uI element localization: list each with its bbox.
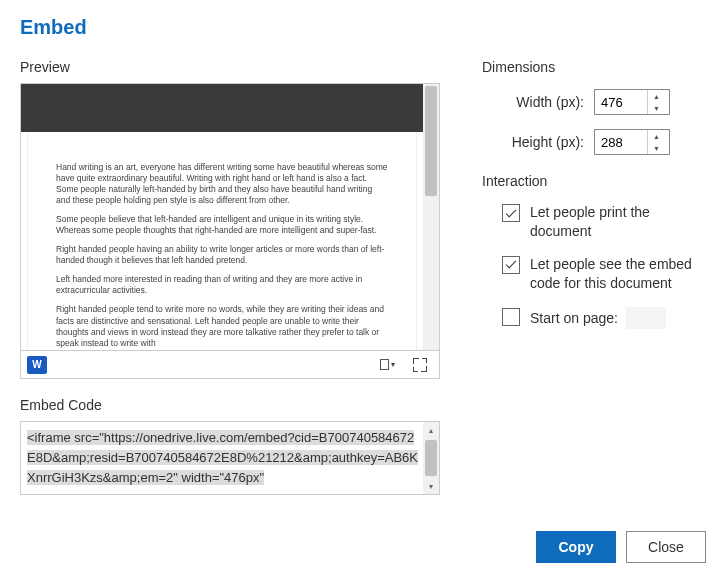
doc-paragraph: Some people believe that left-handed are…: [56, 214, 388, 236]
doc-paragraph: Left handed more interested in reading t…: [56, 274, 388, 296]
fullscreen-icon: [413, 358, 427, 372]
preview-frame: Hand writing is an art, everyone has dif…: [20, 83, 440, 351]
doc-paragraph: Right handed people having an ability to…: [56, 244, 388, 266]
document-page: Hand writing is an art, everyone has dif…: [27, 132, 417, 351]
dialog-title: Embed: [20, 16, 706, 39]
scrollbar-thumb[interactable]: [425, 86, 437, 196]
embed-code-text: <iframe src="https://onedrive.live.com/e…: [27, 430, 418, 485]
preview-label: Preview: [20, 59, 440, 75]
height-label: Height (px):: [502, 134, 584, 150]
print-checkbox[interactable]: [502, 204, 520, 222]
width-step-down[interactable]: ▼: [648, 102, 665, 114]
see-embed-code-checkbox-label: Let people see the embed code for this d…: [530, 255, 706, 293]
fullscreen-button[interactable]: [413, 358, 427, 372]
scroll-up-arrow[interactable]: ▴: [423, 422, 439, 438]
height-spinner[interactable]: ▲ ▼: [594, 129, 670, 155]
preview-footer: W ▾: [20, 351, 440, 379]
width-input[interactable]: [595, 90, 647, 114]
width-label: Width (px):: [502, 94, 584, 110]
dimensions-label: Dimensions: [482, 59, 706, 75]
document-header-bar: [21, 84, 423, 132]
start-on-page-checkbox[interactable]: [502, 308, 520, 326]
embed-code-textarea[interactable]: <iframe src="https://onedrive.live.com/e…: [20, 421, 440, 495]
scroll-down-arrow[interactable]: ▾: [423, 478, 439, 494]
print-checkbox-label: Let people print the document: [530, 203, 706, 241]
start-on-page-label: Start on page:: [530, 307, 666, 329]
embed-scrollbar[interactable]: ▴ ▾: [423, 422, 439, 494]
preview-scrollbar[interactable]: [423, 84, 439, 350]
start-page-input[interactable]: [626, 307, 666, 329]
chevron-down-icon: ▾: [391, 360, 395, 369]
width-step-up[interactable]: ▲: [648, 90, 665, 102]
interaction-label: Interaction: [482, 173, 706, 189]
page-menu-button[interactable]: ▾: [380, 359, 395, 370]
see-embed-code-checkbox[interactable]: [502, 256, 520, 274]
copy-button[interactable]: Copy: [536, 531, 616, 563]
page-icon: [380, 359, 389, 370]
width-spinner[interactable]: ▲ ▼: [594, 89, 670, 115]
doc-paragraph: Right handed people tend to write more n…: [56, 304, 388, 348]
close-button[interactable]: Close: [626, 531, 706, 563]
doc-paragraph: Hand writing is an art, everyone has dif…: [56, 162, 388, 206]
scrollbar-thumb[interactable]: [425, 440, 437, 476]
embed-code-label: Embed Code: [20, 397, 440, 413]
height-step-up[interactable]: ▲: [648, 130, 665, 142]
word-app-icon: W: [27, 356, 47, 374]
height-step-down[interactable]: ▼: [648, 142, 665, 154]
height-input[interactable]: [595, 130, 647, 154]
